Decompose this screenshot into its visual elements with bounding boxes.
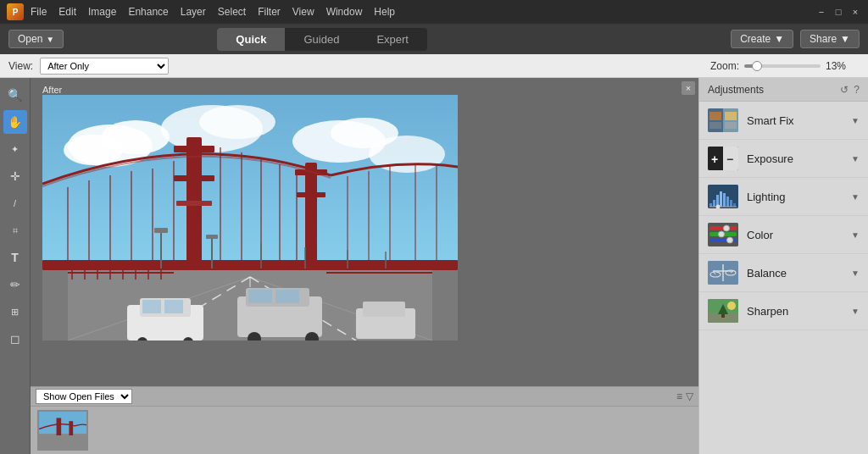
lighting-icon <box>708 185 738 208</box>
create-button[interactable]: Create ▼ <box>731 30 793 48</box>
svg-rect-35 <box>42 260 458 270</box>
canvas-image <box>42 95 458 340</box>
zoom-label: Zoom: <box>710 60 739 72</box>
menu-file[interactable]: File <box>31 6 47 18</box>
open-button[interactable]: Open ▼ <box>8 30 64 48</box>
smart-fix-icon <box>708 108 738 132</box>
crop-tool[interactable]: ⌗ <box>3 219 27 242</box>
close-button[interactable]: × <box>849 6 861 18</box>
panel-header-icons: ↺ ? <box>840 84 860 96</box>
filmstrip-toolbar: Show Open Files Show Photos Show Albums … <box>31 387 698 407</box>
svg-rect-85 <box>725 122 737 129</box>
menu-bar: File Edit Image Enhance Layer Select Fil… <box>31 6 815 18</box>
lighting-label: Lighting <box>747 191 843 203</box>
menu-help[interactable]: Help <box>374 6 395 18</box>
svg-rect-38 <box>432 270 458 340</box>
panel-help-icon[interactable]: ? <box>854 84 860 96</box>
filmstrip-list-icon[interactable]: ≡ <box>676 390 682 402</box>
tools-panel: 🔍 ✋ ✦ ✛ / ⌗ T ✏ ⊞ ◻ <box>0 78 31 454</box>
adjustment-exposure[interactable]: + − Exposure ▼ <box>699 140 868 178</box>
svg-rect-15 <box>176 201 212 206</box>
eraser-tool[interactable]: ◻ <box>3 327 27 351</box>
adjustment-lighting[interactable]: Lighting ▼ <box>699 178 868 216</box>
balance-icon <box>708 261 738 285</box>
svg-rect-79 <box>69 421 73 435</box>
svg-rect-47 <box>164 300 183 313</box>
svg-rect-92 <box>709 203 712 207</box>
filmstrip: Show Open Files Show Photos Show Albums … <box>31 386 698 454</box>
sharpen-arrow: ▼ <box>851 307 860 316</box>
clone-tool[interactable]: ⊞ <box>3 300 27 324</box>
svg-rect-93 <box>713 200 715 207</box>
exposure-label: Exposure <box>747 152 843 165</box>
view-select[interactable]: After Only Before Only Before & After Ho… <box>40 58 169 75</box>
svg-point-5 <box>199 105 275 139</box>
panel-header: Adjustments ↺ ? <box>699 78 868 102</box>
svg-rect-78 <box>57 418 62 435</box>
svg-rect-18 <box>297 192 326 197</box>
adjustment-sharpen[interactable]: Sharpen ▼ <box>699 292 868 330</box>
svg-rect-98 <box>730 200 732 207</box>
filmstrip-select[interactable]: Show Open Files Show Photos Show Albums <box>36 389 132 404</box>
balance-arrow: ▼ <box>851 269 860 278</box>
maximize-button[interactable]: □ <box>832 6 844 18</box>
svg-rect-121 <box>721 314 725 318</box>
svg-rect-97 <box>726 197 729 207</box>
canvas-close-button[interactable]: × <box>682 81 695 95</box>
menu-select[interactable]: Select <box>218 6 246 18</box>
menu-window[interactable]: Window <box>326 6 363 18</box>
svg-rect-84 <box>709 122 721 129</box>
move-tool[interactable]: ✛ <box>3 164 27 188</box>
svg-point-104 <box>724 225 730 231</box>
create-dropdown-arrow: ▼ <box>774 33 784 45</box>
main-area: 🔍 ✋ ✦ ✛ / ⌗ T ✏ ⊞ ◻ × After <box>0 78 868 454</box>
svg-point-119 <box>727 302 736 310</box>
filmstrip-grid-icon[interactable]: ▽ <box>686 390 693 402</box>
tab-quick[interactable]: Quick <box>217 28 285 51</box>
smart-fix-label: Smart Fix <box>747 114 843 127</box>
canvas-after-label: After <box>42 85 62 95</box>
balance-label: Balance <box>747 267 843 280</box>
svg-rect-82 <box>709 112 721 120</box>
adjustment-smart-fix[interactable]: Smart Fix ▼ <box>699 102 868 140</box>
menu-filter[interactable]: Filter <box>258 6 281 18</box>
filmstrip-content <box>31 407 698 454</box>
menu-view[interactable]: View <box>292 6 314 18</box>
minimize-button[interactable]: − <box>815 6 827 18</box>
exposure-arrow: ▼ <box>851 154 860 163</box>
menu-layer[interactable]: Layer <box>181 6 206 18</box>
tab-expert[interactable]: Expert <box>358 28 427 51</box>
svg-rect-52 <box>248 290 272 303</box>
menu-enhance[interactable]: Enhance <box>128 6 168 18</box>
svg-point-108 <box>727 237 733 243</box>
share-dropdown-arrow: ▼ <box>840 33 850 45</box>
svg-rect-95 <box>720 191 722 207</box>
color-arrow: ▼ <box>851 230 860 240</box>
filmstrip-icons: ≡ ▽ <box>676 390 693 402</box>
tab-guided[interactable]: Guided <box>285 28 358 51</box>
svg-rect-59 <box>154 228 168 233</box>
svg-rect-57 <box>363 302 405 317</box>
adjustment-balance[interactable]: Balance ▼ <box>699 254 868 292</box>
menu-image[interactable]: Image <box>88 6 116 18</box>
zoom-section: Zoom: 13% <box>710 60 851 72</box>
smart-fix-arrow: ▼ <box>851 116 860 125</box>
window-controls: − □ × <box>815 6 861 18</box>
type-tool[interactable]: T <box>3 246 27 269</box>
menu-edit[interactable]: Edit <box>58 6 76 18</box>
exposure-icon: + − <box>708 147 738 170</box>
share-button[interactable]: Share ▼ <box>800 30 860 48</box>
brush-tool[interactable]: ✏ <box>3 273 27 296</box>
top-toolbar: Open ▼ Quick Guided Expert Create ▼ Shar… <box>0 24 868 54</box>
hand-tool[interactable]: ✋ <box>3 110 27 134</box>
straighten-tool[interactable]: / <box>3 191 27 215</box>
titlebar: P File Edit Image Enhance Layer Select F… <box>0 0 868 24</box>
filmstrip-thumbnail[interactable] <box>37 410 88 451</box>
quick-select-tool[interactable]: ✦ <box>3 137 27 161</box>
zoom-tool[interactable]: 🔍 <box>3 83 27 107</box>
adjustment-color[interactable]: Color ▼ <box>699 216 868 254</box>
svg-rect-77 <box>39 434 86 450</box>
panel-refresh-icon[interactable]: ↺ <box>840 84 849 96</box>
zoom-slider[interactable] <box>744 64 821 68</box>
zoom-value: 13% <box>826 60 851 72</box>
